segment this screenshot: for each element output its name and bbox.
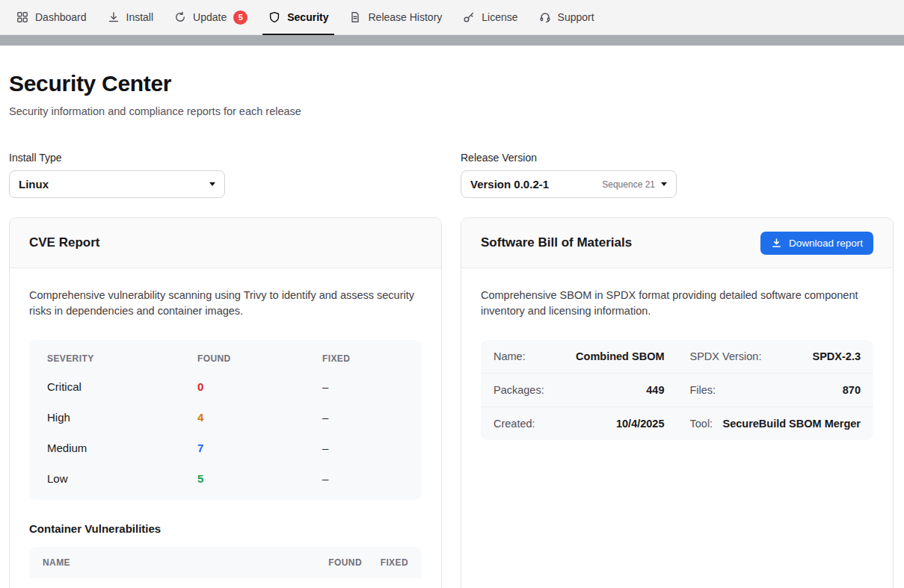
info-value: 870 [843, 384, 861, 396]
sbom-info-name: Name: Combined SBOM [481, 340, 677, 374]
nav-label: Dashboard [35, 11, 87, 23]
info-value: 449 [646, 384, 664, 396]
chevron-down-icon [209, 182, 215, 186]
severity-table: SEVERITY FOUND FIXED Critical 0 – High 4… [29, 340, 422, 500]
chevron-down-icon [661, 182, 667, 186]
install-icon [108, 11, 120, 23]
top-nav: Dashboard Install Update 5 Security Rele… [0, 0, 904, 35]
info-value: Combined SBOM [576, 350, 664, 362]
release-sequence-hint: Sequence 21 [602, 179, 655, 190]
fixed-count: – [322, 380, 404, 393]
release-version-filter: Release Version Version 0.0.2-1 Sequence… [461, 152, 894, 198]
info-label: SPDX Version: [690, 350, 762, 362]
cve-report-header: CVE Report [10, 218, 441, 268]
sbom-card: Software Bill of Materials Download repo… [461, 217, 894, 588]
nav-label: Update [193, 11, 227, 23]
info-label: Created: [493, 418, 535, 430]
support-icon [539, 11, 551, 23]
install-type-label: Install Type [9, 152, 442, 164]
sbom-info-created: Created: 10/4/2025 [481, 407, 677, 440]
update-icon [174, 11, 186, 23]
severity-label: Critical [47, 380, 197, 393]
dashboard-icon [16, 11, 28, 23]
found-count: 4 [197, 411, 322, 424]
fixed-count: – [322, 472, 404, 485]
col-fixed: FIXED [322, 353, 404, 364]
release-version-label: Release Version [461, 152, 894, 164]
col-severity: SEVERITY [47, 353, 197, 364]
nav-label: Release History [368, 11, 442, 23]
container-vulnerabilities-title: Container Vulnerabilities [29, 522, 422, 535]
install-type-value: Linux [19, 178, 203, 191]
nav-item-dashboard[interactable]: Dashboard [6, 0, 97, 34]
release-version-value: Version 0.0.2-1 [470, 178, 596, 191]
info-label: Files: [690, 384, 716, 396]
cards-row: CVE Report Comprehensive vulnerability s… [9, 217, 894, 588]
severity-label: Medium [47, 442, 197, 454]
cve-report-body: Comprehensive vulnerability scanning usi… [10, 268, 441, 588]
col-fixed: FIXED [362, 557, 408, 568]
download-report-button[interactable]: Download report [760, 232, 873, 255]
severity-table-header: SEVERITY FOUND FIXED [29, 343, 422, 371]
found-count: 0 [197, 380, 322, 393]
nav-item-update[interactable]: Update 5 [164, 0, 258, 34]
nav-item-security[interactable]: Security [258, 0, 339, 34]
info-value: SPDX-2.3 [813, 350, 861, 362]
nav-label: Install [126, 11, 154, 23]
table-row-critical: Critical 0 – [29, 371, 422, 402]
sbom-info-grid: Name: Combined SBOM SPDX Version: SPDX-2… [481, 340, 873, 440]
col-found: FOUND [298, 557, 362, 568]
info-value: 10/4/2025 [616, 418, 665, 430]
table-row-medium: Medium 7 – [29, 433, 422, 463]
nav-item-release-history[interactable]: Release History [339, 0, 452, 34]
table-row-high: High 4 – [29, 402, 422, 433]
license-icon [463, 11, 475, 23]
security-icon [268, 11, 280, 23]
sbom-info-spdx-version: SPDX Version: SPDX-2.3 [677, 340, 874, 374]
main-content: Security Center Security information and… [0, 46, 904, 588]
filters-row: Install Type Linux Release Version Versi… [9, 152, 894, 198]
sbom-info-packages: Packages: 449 [481, 374, 677, 407]
found-count: 5 [197, 472, 322, 485]
col-found: FOUND [197, 353, 322, 364]
update-count-badge: 5 [233, 10, 247, 25]
fixed-count: – [322, 411, 404, 424]
download-icon [771, 238, 782, 249]
install-type-select[interactable]: Linux [9, 170, 225, 198]
download-report-label: Download report [789, 238, 863, 249]
cve-report-description: Comprehensive vulnerability scanning usi… [29, 288, 422, 320]
page-subtitle: Security information and compliance repo… [9, 105, 894, 117]
nav-label: Security [287, 11, 328, 23]
sbom-body: Comprehensive SBOM in SPDX format provid… [461, 268, 893, 459]
nav-item-license[interactable]: License [452, 0, 528, 34]
info-label: Name: [493, 350, 526, 362]
release-history-icon [349, 11, 361, 23]
table-row-low: Low 5 – [29, 463, 422, 494]
info-value: SecureBuild SBOM Merger [722, 418, 861, 430]
info-label: Tool: [690, 418, 713, 430]
release-version-select[interactable]: Version 0.0.2-1 Sequence 21 [461, 170, 677, 198]
cve-report-card: CVE Report Comprehensive vulnerability s… [9, 217, 442, 588]
severity-label: Low [47, 472, 197, 485]
col-name: NAME [43, 557, 298, 568]
info-label: Packages: [493, 384, 544, 396]
found-count: 7 [197, 442, 322, 454]
sbom-info-tool: Tool: SecureBuild SBOM Merger [677, 407, 874, 440]
sbom-info-files: Files: 870 [677, 374, 874, 407]
nav-item-install[interactable]: Install [97, 0, 164, 34]
sbom-title: Software Bill of Materials [481, 235, 632, 250]
install-type-filter: Install Type Linux [9, 152, 442, 198]
nav-label: License [482, 11, 517, 23]
cve-report-title: CVE Report [29, 235, 99, 250]
sbom-header: Software Bill of Materials Download repo… [461, 218, 893, 268]
sbom-description: Comprehensive SBOM in SPDX format provid… [481, 288, 873, 320]
container-vulnerabilities-table-header: NAME FOUND FIXED [29, 547, 422, 578]
scroll-divider-bar [0, 35, 904, 46]
nav-item-support[interactable]: Support [529, 0, 605, 34]
nav-label: Support [558, 11, 594, 23]
page-title: Security Center [9, 71, 894, 96]
fixed-count: – [322, 442, 404, 454]
severity-label: High [47, 411, 197, 424]
